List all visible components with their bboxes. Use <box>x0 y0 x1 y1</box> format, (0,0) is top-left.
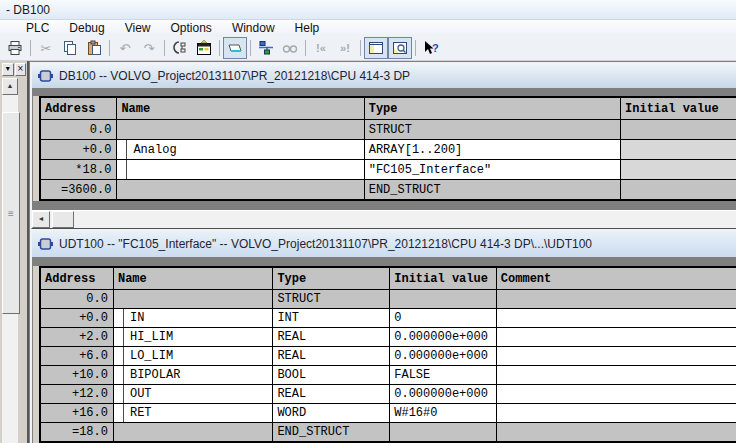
initial-cell[interactable] <box>621 140 736 160</box>
name-cell[interactable] <box>113 290 272 309</box>
column-header: Address <box>40 267 113 290</box>
menu-item[interactable]: View <box>115 20 161 36</box>
name-cell[interactable]: LO_LIM <box>113 347 272 366</box>
menu-item[interactable]: Options <box>161 20 222 36</box>
db100-titlebar[interactable]: DB100 -- VOLVO_Project20131107\PR_201212… <box>32 64 736 88</box>
help-select-icon: ? <box>423 40 439 56</box>
download-icon <box>172 40 188 56</box>
comment-cell[interactable] <box>496 423 736 443</box>
comment-cell[interactable] <box>496 328 736 347</box>
toolbar-separator <box>360 40 361 56</box>
address-cell[interactable]: =18.0 <box>40 423 113 443</box>
initial-cell[interactable]: FALSE <box>390 366 497 385</box>
comment-cell[interactable] <box>496 404 736 423</box>
comment-cell[interactable] <box>496 366 736 385</box>
scrollbar-thumb[interactable] <box>52 211 74 228</box>
address-cell[interactable]: +0.0 <box>40 140 117 160</box>
copy-icon[interactable] <box>58 37 82 59</box>
scrollbar-thumb[interactable]: ≡ <box>2 112 20 314</box>
initial-cell[interactable]: W#16#0 <box>390 404 497 423</box>
udt100-window: UDT100 -- "FC105_Interface" -- VOLVO_Pro… <box>30 229 736 443</box>
undo-icon[interactable]: ↶ <box>113 37 137 59</box>
name-cell[interactable]: BIPOLAR <box>113 366 272 385</box>
jump-next-icon[interactable]: »! <box>333 37 357 59</box>
indent-marker <box>123 309 124 327</box>
address-cell[interactable]: +16.0 <box>40 404 113 423</box>
menu-item[interactable]: Window <box>222 20 285 36</box>
name-cell[interactable] <box>117 180 364 201</box>
initial-cell[interactable] <box>621 120 736 140</box>
initial-cell[interactable] <box>390 290 497 309</box>
udt100-titlebar[interactable]: UDT100 -- "FC105_Interface" -- VOLVO_Pro… <box>32 231 736 257</box>
address-cell[interactable]: +6.0 <box>40 347 113 366</box>
address-cell[interactable]: +0.0 <box>40 309 113 328</box>
comment-cell[interactable] <box>496 309 736 328</box>
name-cell[interactable]: Analog <box>117 140 364 160</box>
name-cell[interactable]: HI_LIM <box>113 328 272 347</box>
horizontal-scrollbar[interactable]: ◄ <box>32 210 736 228</box>
download-icon[interactable] <box>168 37 192 59</box>
window-data-view-icon[interactable] <box>388 37 412 59</box>
help-select-icon[interactable]: ? <box>419 37 443 59</box>
initial-cell[interactable]: 0 <box>390 309 497 328</box>
address-cell[interactable]: =3600.0 <box>40 180 117 201</box>
close-icon[interactable]: × <box>15 63 27 76</box>
type-cell[interactable]: "FC105_Interface" <box>364 160 620 180</box>
data-block-icon <box>38 238 53 250</box>
name-cell[interactable] <box>113 423 272 443</box>
address-cell[interactable]: 0.0 <box>40 290 113 309</box>
initial-cell[interactable]: 0.000000e+000 <box>390 328 497 347</box>
name-cell[interactable]: IN <box>113 309 272 328</box>
print-icon[interactable] <box>3 37 27 59</box>
type-cell[interactable]: WORD <box>273 404 390 423</box>
address-cell[interactable]: 0.0 <box>40 120 117 140</box>
cut-icon[interactable]: ✂ <box>34 37 58 59</box>
type-cell[interactable]: STRUCT <box>273 290 390 309</box>
vertical-scrollbar[interactable]: ▲ ≡ <box>2 78 18 443</box>
name-cell[interactable] <box>117 120 364 140</box>
name-cell[interactable] <box>117 160 364 180</box>
redo-icon[interactable]: ↷ <box>137 37 161 59</box>
indent-marker <box>123 366 124 384</box>
name-text: Analog <box>133 143 176 157</box>
monitor-table-icon[interactable] <box>192 37 216 59</box>
jump-prev-icon[interactable]: !« <box>309 37 333 59</box>
scroll-up-icon[interactable]: ▲ <box>2 78 18 95</box>
type-cell[interactable]: REAL <box>273 347 390 366</box>
symbol-display-toggle-icon[interactable] <box>223 37 247 59</box>
scroll-left-icon[interactable]: ◄ <box>32 211 50 228</box>
type-cell[interactable]: REAL <box>273 385 390 404</box>
name-cell[interactable]: OUT <box>113 385 272 404</box>
type-cell[interactable]: ARRAY[1..200] <box>364 140 620 160</box>
address-cell[interactable]: +12.0 <box>40 385 113 404</box>
paste-icon[interactable] <box>82 37 106 59</box>
initial-cell[interactable] <box>621 160 736 180</box>
db100-header-row: AddressNameTypeInitial value <box>40 97 736 120</box>
menu-item[interactable]: Help <box>285 20 330 36</box>
type-cell[interactable]: INT <box>273 309 390 328</box>
address-cell[interactable]: *18.0 <box>40 160 117 180</box>
glasses-icon[interactable] <box>278 37 302 59</box>
type-cell[interactable]: END_STRUCT <box>273 423 390 443</box>
name-cell[interactable]: RET <box>113 404 272 423</box>
menu-item[interactable]: PLC <box>16 20 59 36</box>
type-cell[interactable]: END_STRUCT <box>364 180 620 201</box>
comment-cell[interactable] <box>496 385 736 404</box>
comment-cell[interactable] <box>496 347 736 366</box>
menu-item[interactable]: Debug <box>59 20 114 36</box>
column-header: Comment <box>496 267 736 290</box>
type-cell[interactable]: REAL <box>273 328 390 347</box>
address-cell[interactable]: +10.0 <box>40 366 113 385</box>
network-icon[interactable] <box>254 37 278 59</box>
toolbar: ✂ ↶ ↷ <box>0 36 736 61</box>
initial-cell[interactable] <box>390 423 497 443</box>
window-declaration-view-icon[interactable] <box>364 37 388 59</box>
address-cell[interactable]: +2.0 <box>40 328 113 347</box>
comment-cell[interactable] <box>496 290 736 309</box>
initial-cell[interactable] <box>621 180 736 201</box>
window-menu-button[interactable]: ▾ <box>2 63 14 76</box>
initial-cell[interactable]: 0.000000e+000 <box>390 347 497 366</box>
type-cell[interactable]: STRUCT <box>364 120 620 140</box>
type-cell[interactable]: BOOL <box>273 366 390 385</box>
initial-cell[interactable]: 0.000000e+000 <box>390 385 497 404</box>
